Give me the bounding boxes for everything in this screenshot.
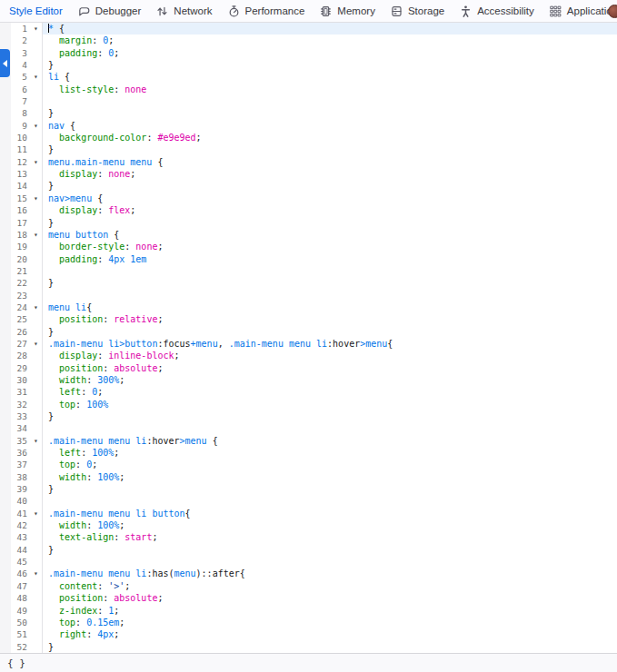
code-line-content[interactable]: background-color: #e9e9ed; [43,132,617,143]
code-line: 20 padding: 4px 1em [0,253,617,265]
code-line-content[interactable]: top: 100% [43,399,617,410]
code-line-content[interactable]: } [43,641,617,653]
sidebar-splitter [0,313,11,325]
tab-network[interactable]: Network [148,0,219,22]
code-line-content[interactable]: content: '>'; [43,580,617,592]
code-line: 43 text-align: start; [0,531,617,543]
code-line-content[interactable] [43,290,617,301]
code-line-content[interactable]: } [43,277,617,289]
code-line: 49 z-index: 1; [0,605,617,617]
code-line-content[interactable]: padding: 0; [43,47,617,59]
code-line-content[interactable] [43,495,617,507]
code-line-content[interactable]: width: 300%; [43,374,617,386]
fold-gutter [30,447,43,459]
code-line-content[interactable]: position: absolute; [43,362,617,374]
code-line-content[interactable] [43,422,617,434]
fold-arrow-icon[interactable]: ▾ [30,193,43,204]
code-line-content[interactable]: menu button { [43,229,617,241]
fold-arrow-icon[interactable]: ▾ [30,301,43,313]
code-line: 33} [0,410,617,422]
fold-arrow-icon[interactable]: ▾ [30,508,43,519]
fold-arrow-icon[interactable]: ▾ [30,338,43,350]
tab-storage[interactable]: Storage [383,0,452,22]
code-line-content[interactable] [43,265,617,277]
line-number: 11 [11,143,30,155]
line-number: 17 [11,217,30,229]
tab-debugger[interactable]: Debugger [70,0,149,22]
fold-arrow-icon[interactable]: ▾ [30,229,43,241]
tab-accessibility[interactable]: Accessibility [452,0,542,22]
code-line-content[interactable]: .main-menu menu li:hover>menu { [43,435,617,447]
code-line-content[interactable]: position: absolute; [43,592,617,604]
code-line-content[interactable]: left: 0; [43,386,617,398]
code-line-content[interactable]: list-style: none [43,84,617,95]
fold-arrow-icon[interactable]: ▾ [30,156,43,168]
prettify-source-button[interactable]: { } [0,657,33,669]
code-line-content[interactable]: } [43,410,617,422]
code-line-content[interactable] [43,95,617,107]
sidebar-splitter [0,531,11,543]
code-line-content[interactable]: border-style: none; [43,241,617,252]
extension-avatar-icon[interactable] [608,5,617,18]
code-line-content[interactable]: right: 4px; [43,628,617,640]
sidebar-splitter [0,422,11,434]
tab-performance[interactable]: Performance [220,0,313,22]
expand-sidebar-button[interactable] [0,49,10,77]
fold-gutter [30,59,43,71]
code-line-content[interactable]: li { [43,71,617,83]
code-line-content[interactable]: left: 100%; [43,447,617,459]
line-number: 15 [11,193,30,204]
code-line-content[interactable]: nav>menu { [43,193,617,204]
code-line-content[interactable]: text-align: start; [43,531,617,543]
sidebar-splitter [0,471,11,483]
code-line-content[interactable]: display: inline-block; [43,350,617,361]
fold-arrow-icon[interactable]: ▾ [30,120,43,132]
code-line-content[interactable]: * { [43,23,617,35]
code-line-content[interactable]: } [43,107,617,119]
fold-arrow-icon[interactable]: ▾ [30,568,43,579]
code-line-content[interactable]: menu li{ [43,301,617,313]
code-line-content[interactable]: width: 100%; [43,519,617,531]
code-line-content[interactable]: } [43,180,617,192]
code-line-content[interactable]: display: flex; [43,204,617,216]
code-line-content[interactable]: } [43,326,617,338]
tab-application[interactable]: Application [542,0,617,22]
sidebar-splitter [0,35,11,46]
code-line-content[interactable]: display: none; [43,168,617,180]
code-line: 42 width: 100%; [0,519,617,531]
code-line-content[interactable]: } [43,143,617,155]
code-line-content[interactable]: .main-menu menu li button{ [43,508,617,519]
code-line-content[interactable]: top: 0; [43,459,617,470]
code-line-content[interactable] [43,556,617,568]
code-line-content[interactable]: nav { [43,120,617,132]
code-line-content[interactable]: } [43,483,617,495]
code-line-content[interactable]: padding: 4px 1em [43,253,617,265]
fold-arrow-icon[interactable]: ▾ [30,435,43,447]
tab-memory[interactable]: Memory [312,0,383,22]
code-line-content[interactable]: position: relative; [43,313,617,325]
code-line-content[interactable]: menu.main-menu menu { [43,156,617,168]
line-number: 13 [11,168,30,180]
sidebar-splitter [0,399,11,410]
fold-arrow-icon[interactable]: ▾ [30,23,43,35]
code-line-content[interactable]: .main-menu li>button:focus+menu, .main-m… [43,338,617,350]
code-line-content[interactable]: z-index: 1; [43,605,617,617]
code-line-content[interactable]: } [43,217,617,229]
code-line: 25 position: relative; [0,313,617,325]
fold-gutter [30,628,43,640]
sidebar-splitter [0,120,11,132]
style-editor-code-panel[interactable]: 1▾* {2 margin: 0;3 padding: 0;4}5▾li {6 … [0,23,617,653]
line-number: 7 [11,95,30,107]
fold-arrow-icon[interactable]: ▾ [30,71,43,83]
fold-gutter [30,35,43,46]
code-line-content[interactable]: top: 0.15em; [43,617,617,628]
code-line-content[interactable]: .main-menu menu li:has(menu)::after{ [43,568,617,579]
tab-style-editor[interactable]: Style Editor [2,0,70,22]
code-line-content[interactable]: width: 100%; [43,471,617,483]
sidebar-splitter [0,229,11,241]
code-line-content[interactable]: } [43,59,617,71]
line-number: 38 [11,471,30,483]
tab-label: Accessibility [477,5,534,16]
code-line-content[interactable]: } [43,544,617,556]
code-line-content[interactable]: margin: 0; [43,35,617,46]
